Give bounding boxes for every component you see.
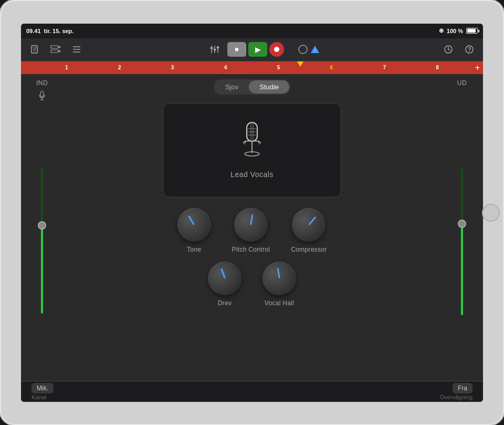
drev-knob[interactable]	[208, 262, 242, 295]
wifi-icon: ⊕	[439, 27, 444, 34]
knob-drev-container: Drev	[208, 262, 242, 307]
list-button[interactable]	[68, 41, 85, 58]
monitoring-button[interactable]: Fra	[453, 383, 472, 393]
transport-area: ■ ▶	[227, 42, 284, 57]
left-panel: IND	[21, 74, 63, 381]
knob-vocalhall-container: Vocal Hall	[262, 262, 296, 307]
record-button[interactable]	[269, 42, 284, 57]
drev-label: Drev	[218, 299, 232, 307]
toolbar-center: ■ ▶ ⁚	[89, 41, 436, 58]
monitoring-label: Overvågning	[440, 394, 472, 400]
ipad-frame: 09.41 tir. 15. sep. ⊕ 100 %	[0, 0, 504, 425]
record-icon	[274, 47, 279, 52]
bottom-right: Fra Overvågning	[440, 383, 472, 400]
channel-button[interactable]: Mik.	[32, 383, 54, 393]
mic-large-icon	[238, 121, 266, 166]
mode-tabs: Sjov Studie	[214, 79, 290, 95]
pitch-control-label: Pitch Control	[232, 246, 270, 253]
time-display: 09.41	[26, 28, 41, 34]
svg-rect-15	[213, 49, 216, 50]
ruler-mark-7: 7	[383, 65, 386, 70]
knob-pitch-container: Pitch Control	[232, 208, 270, 253]
center-panel: Sjov Studie	[63, 74, 441, 381]
instrument-name-label: Lead Vocals	[230, 170, 274, 179]
stop-button[interactable]: ■	[227, 42, 246, 57]
svg-text:?: ?	[468, 46, 471, 53]
ruler-mark-3: 3	[171, 65, 174, 70]
status-right: ⊕ 100 %	[439, 27, 478, 34]
battery-label: 100 %	[447, 28, 463, 34]
metronome-icon[interactable]	[311, 46, 319, 53]
tempo-area: ⁚	[293, 45, 319, 54]
knob-tone-container: Tone	[177, 208, 211, 253]
mixer-button[interactable]	[206, 41, 223, 58]
input-slider[interactable]	[37, 105, 47, 376]
compressor-knob[interactable]	[292, 208, 326, 242]
tone-label: Tone	[187, 246, 201, 253]
ruler-numbers: 1 2 3 4 5 6 7 8	[63, 65, 441, 70]
knobs-row-2: Drev Vocal Hall	[208, 262, 296, 307]
tracks-button[interactable]	[47, 41, 64, 58]
tempo-dots: ⁚	[293, 47, 295, 53]
pitch-control-knob[interactable]	[234, 208, 268, 242]
new-file-button[interactable]	[26, 41, 43, 58]
battery-icon	[466, 28, 478, 34]
main-content: IND	[21, 74, 483, 381]
input-slider-track	[41, 167, 43, 314]
input-slider-thumb[interactable]	[38, 221, 46, 230]
ruler-mark-8: 8	[436, 65, 439, 70]
compressor-label: Compressor	[291, 246, 327, 253]
bottom-bar: Mik. Kanal Fra Overvågning	[21, 381, 483, 402]
vocal-hall-knob[interactable]	[262, 262, 296, 295]
playhead	[297, 61, 303, 67]
add-track-button[interactable]: +	[475, 63, 480, 72]
right-panel: UD	[441, 74, 483, 381]
bottom-left: Mik. Kanal	[32, 383, 54, 400]
toolbar-right: ?	[440, 41, 478, 58]
svg-rect-16	[216, 47, 219, 48]
help-button[interactable]: ?	[461, 41, 478, 58]
input-label: IND	[36, 79, 48, 87]
tab-sjov[interactable]: Sjov	[215, 80, 249, 94]
date-display: tir. 15. sep.	[44, 28, 74, 34]
svg-rect-6	[59, 46, 60, 48]
ruler-mark-1: 1	[65, 65, 68, 70]
ruler-mark-6: 6	[330, 65, 333, 70]
svg-rect-7	[59, 50, 60, 52]
ruler-mark-4: 4	[224, 65, 227, 70]
output-slider[interactable]	[457, 108, 467, 376]
ruler-mark-5: 5	[277, 65, 280, 70]
tempo-circle[interactable]	[298, 45, 308, 54]
stop-icon: ■	[235, 46, 238, 53]
output-slider-track	[461, 168, 463, 315]
instrument-display: Lead Vocals	[163, 103, 341, 198]
svg-rect-4	[51, 46, 58, 48]
status-left: 09.41 tir. 15. sep.	[26, 28, 74, 34]
toolbar-left	[26, 41, 85, 58]
svg-rect-22	[40, 91, 44, 97]
ruler-inner: 1 2 3 4 5 6 7 8	[63, 61, 441, 74]
tone-knob[interactable]	[177, 208, 211, 242]
svg-rect-14	[210, 47, 213, 49]
svg-rect-5	[51, 50, 58, 53]
tab-studie[interactable]: Studie	[249, 80, 289, 94]
vocal-hall-label: Vocal Hall	[265, 299, 294, 307]
timeline-ruler[interactable]: 1 2 3 4 5 6 7 8 +	[21, 61, 483, 74]
ruler-mark-2: 2	[118, 65, 121, 70]
home-button[interactable]	[482, 204, 500, 222]
mic-small-icon	[38, 91, 46, 102]
knobs-row-1: Tone Pitch Control Compressor	[177, 208, 327, 253]
toolbar: ■ ▶ ⁚	[21, 38, 483, 61]
tempo-separator: ⁚	[293, 47, 295, 53]
battery-fill	[467, 29, 476, 33]
clock-button[interactable]	[440, 41, 457, 58]
input-slider-fill	[41, 225, 43, 314]
svg-line-19	[448, 49, 450, 50]
knob-compressor-container: Compressor	[291, 208, 327, 253]
play-button[interactable]: ▶	[248, 42, 267, 57]
output-slider-fill	[461, 224, 463, 315]
status-bar: 09.41 tir. 15. sep. ⊕ 100 %	[21, 24, 483, 38]
output-slider-thumb[interactable]	[458, 220, 466, 228]
channel-label: Kanal	[32, 394, 46, 400]
output-label: UD	[457, 79, 467, 87]
